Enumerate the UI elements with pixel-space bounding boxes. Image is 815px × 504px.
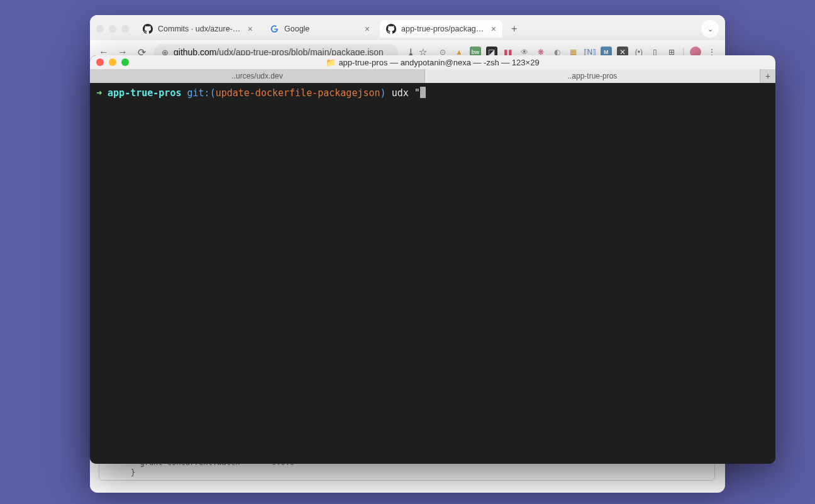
prompt-paren-open: ( bbox=[210, 87, 216, 99]
terminal-tab-bar: ..urces/udx.dev ..app-true-pros + bbox=[90, 69, 775, 83]
minimize-window-icon[interactable] bbox=[109, 25, 116, 33]
maximize-window-icon[interactable] bbox=[121, 25, 129, 33]
terminal-window: 📁 app-true-pros — andypotanin@nexa — -zs… bbox=[90, 55, 775, 464]
maximize-window-icon[interactable] bbox=[121, 58, 129, 66]
terminal-title: 📁 app-true-pros — andypotanin@nexa — -zs… bbox=[90, 58, 775, 67]
tab-dropdown-button[interactable]: ⌄ bbox=[701, 20, 719, 38]
prompt-git-label: git: bbox=[187, 87, 210, 99]
browser-tab-package-json[interactable]: app-true-pros/package.json a × bbox=[380, 20, 502, 38]
close-tab-icon[interactable]: × bbox=[248, 24, 253, 34]
tab-title: Commits · udx/azure-apim-dr bbox=[158, 25, 243, 33]
close-window-icon[interactable] bbox=[96, 58, 104, 66]
github-icon bbox=[386, 24, 396, 34]
minimize-window-icon[interactable] bbox=[109, 58, 116, 66]
terminal-body[interactable]: ➜ app-true-pros git:(update-dockerfile-p… bbox=[90, 83, 775, 464]
folder-icon: 📁 bbox=[326, 58, 336, 67]
tab-title: Google bbox=[284, 25, 360, 33]
new-tab-button[interactable]: + bbox=[506, 23, 522, 35]
close-window-icon[interactable] bbox=[96, 25, 104, 33]
terminal-traffic-lights[interactable] bbox=[96, 58, 129, 66]
window-traffic-lights[interactable] bbox=[96, 25, 129, 33]
prompt-branch: update-dockerfile-packagejson bbox=[216, 87, 380, 99]
browser-tab-google[interactable]: Google × bbox=[263, 20, 376, 38]
terminal-new-tab-button[interactable]: + bbox=[760, 69, 775, 83]
github-icon bbox=[143, 24, 153, 34]
terminal-titlebar[interactable]: 📁 app-true-pros — andypotanin@nexa — -zs… bbox=[90, 55, 775, 69]
close-tab-icon[interactable]: × bbox=[491, 24, 496, 34]
terminal-cursor bbox=[420, 87, 426, 98]
tab-title: app-true-pros/package.json a bbox=[401, 25, 486, 33]
close-tab-icon[interactable]: × bbox=[365, 24, 370, 34]
prompt-paren-close: ) bbox=[380, 87, 386, 99]
prompt-path: app-true-pros bbox=[108, 87, 181, 99]
prompt-arrow: ➜ bbox=[96, 87, 102, 99]
browser-tab-commits[interactable]: Commits · udx/azure-apim-dr × bbox=[136, 20, 259, 38]
google-icon bbox=[269, 24, 279, 34]
prompt-command: udx " bbox=[392, 87, 420, 99]
terminal-tab-udx-dev[interactable]: ..urces/udx.dev bbox=[90, 69, 425, 83]
browser-tab-bar: Commits · udx/azure-apim-dr × Google × a… bbox=[90, 15, 725, 40]
terminal-tab-app-true-pros[interactable]: ..app-true-pros bbox=[425, 69, 760, 83]
